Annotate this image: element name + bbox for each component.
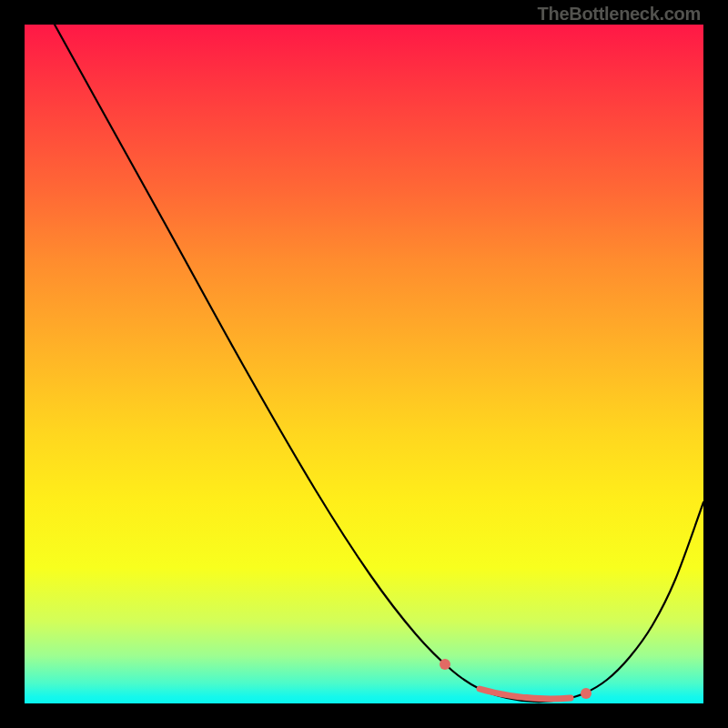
plot-area xyxy=(25,25,703,703)
highlight-dot-left xyxy=(440,659,450,670)
highlight-dot-right xyxy=(581,688,592,699)
chart-frame: TheBottleneck.com xyxy=(0,0,728,728)
curve-svg xyxy=(25,25,703,703)
highlight-segment xyxy=(480,689,571,699)
bottleneck-curve xyxy=(55,25,703,702)
attribution-text: TheBottleneck.com xyxy=(538,4,701,25)
